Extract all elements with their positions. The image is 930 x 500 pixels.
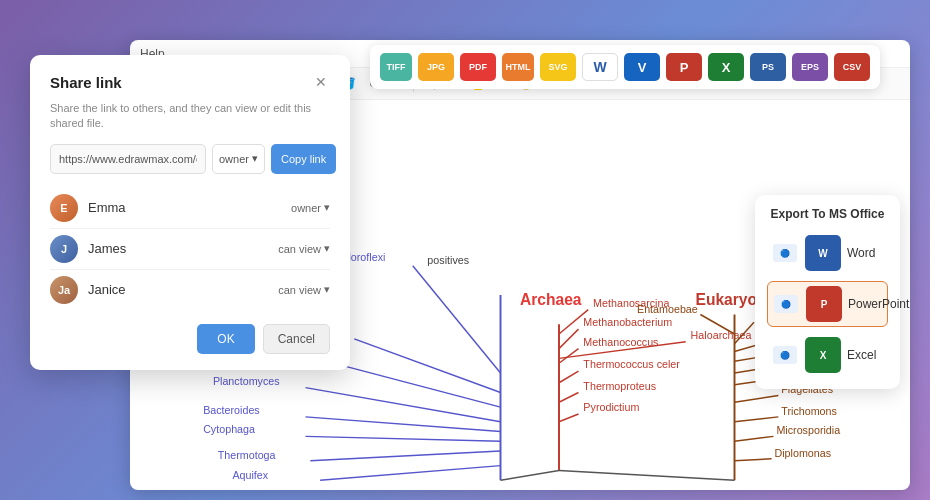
svg-line-29 xyxy=(559,471,735,481)
archaea-branches: Archaea Methanosarcina Methanobacterium … xyxy=(520,291,751,471)
svg-line-4 xyxy=(306,388,501,422)
powerpoint-main-icon: P xyxy=(806,286,842,322)
excel-export-label: Excel xyxy=(847,348,876,362)
csv-btn[interactable]: CSV xyxy=(834,53,870,81)
permission-select[interactable]: owner ▾ xyxy=(212,144,265,174)
export-word-item[interactable]: 🔵 W Word xyxy=(767,231,888,275)
avatar-emma: E xyxy=(50,194,78,222)
user-name-james: James xyxy=(88,241,278,256)
user-list: E Emma owner ▾ J James can view ▾ Ja Jan… xyxy=(50,188,330,310)
planctomyces-label: Planctomyces xyxy=(213,375,280,387)
svg-line-6 xyxy=(306,436,501,441)
excel-main-icon: X xyxy=(805,337,841,373)
svg-line-26 xyxy=(735,436,774,441)
copy-link-button[interactable]: Copy link xyxy=(271,144,336,174)
archaea-title: Archaea xyxy=(520,291,582,308)
thermococcus-label: Thermococcus celer xyxy=(583,358,680,370)
dialog-close-button[interactable]: ✕ xyxy=(312,73,330,91)
avatar-janice: Ja xyxy=(50,276,78,304)
methanobacterium-label: Methanobacterium xyxy=(583,316,672,328)
html-btn[interactable]: HTML xyxy=(502,53,534,81)
word-format-btn[interactable]: W xyxy=(582,53,618,81)
export-excel-item[interactable]: 🔵 X Excel xyxy=(767,333,888,377)
user-role-james[interactable]: can view ▾ xyxy=(278,242,330,255)
microsporidia-label: Microsporidia xyxy=(776,424,840,436)
pyrodictium-label: Pyrodictium xyxy=(583,401,639,413)
pdf-btn[interactable]: PDF xyxy=(460,53,496,81)
format-toolbar: TIFF JPG PDF HTML SVG W V P X PS EPS CSV xyxy=(370,45,880,89)
powerpoint-export-label: PowerPoint xyxy=(848,297,909,311)
dialog-title: Share link xyxy=(50,74,122,91)
svg-line-13 xyxy=(559,371,579,383)
dialog-header: Share link ✕ xyxy=(50,73,330,91)
user-role-janice[interactable]: can view ▾ xyxy=(278,283,330,296)
svg-line-14 xyxy=(559,393,579,403)
word-small-icon: 🔵 xyxy=(773,244,797,262)
entamoebae-label: Entamoebae xyxy=(637,303,698,315)
svg-line-15 xyxy=(559,414,579,422)
svg-line-8 xyxy=(320,466,500,481)
cancel-button[interactable]: Cancel xyxy=(263,324,330,354)
ppt-small-icon: 🔵 xyxy=(774,295,798,313)
export-panel: Export To MS Office 🔵 W Word 🔵 P PowerPo… xyxy=(755,195,900,389)
svg-line-24 xyxy=(735,395,779,402)
excel-small-icon: 🔵 xyxy=(773,346,797,364)
svg-line-1 xyxy=(413,266,501,373)
thermoproteus-label: Thermoproteus xyxy=(583,380,656,392)
methanococcus-label: Methanococcus xyxy=(583,336,658,348)
avatar-james: J xyxy=(50,235,78,263)
permission-chevron: ▾ xyxy=(252,152,258,165)
svg-line-25 xyxy=(735,417,779,422)
user-row-emma: E Emma owner ▾ xyxy=(50,188,330,229)
export-panel-title: Export To MS Office xyxy=(767,207,888,221)
export-powerpoint-item[interactable]: 🔵 P PowerPoint xyxy=(767,281,888,327)
jpg-btn[interactable]: JPG xyxy=(418,53,454,81)
link-row: owner ▾ Copy link xyxy=(50,144,330,174)
ok-button[interactable]: OK xyxy=(197,324,254,354)
excel-format-btn[interactable]: X xyxy=(708,53,744,81)
ppt-btn[interactable]: P xyxy=(666,53,702,81)
export-items-list: 🔵 W Word 🔵 P PowerPoint 🔵 X Exc xyxy=(767,231,888,377)
dialog-subtitle: Share the link to others, and they can v… xyxy=(50,101,330,132)
svg-line-27 xyxy=(735,459,772,461)
permission-label: owner xyxy=(219,153,249,165)
aquifex-label: Aquifex xyxy=(232,469,268,481)
ps-btn[interactable]: PS xyxy=(750,53,786,81)
word-main-icon: W xyxy=(805,235,841,271)
user-role-emma[interactable]: owner ▾ xyxy=(291,201,330,214)
eps-btn[interactable]: EPS xyxy=(792,53,828,81)
user-name-janice: Janice xyxy=(88,282,278,297)
cytophaga-label: Cytophaga xyxy=(203,423,255,435)
diplomonas-label: Diplomonas xyxy=(774,447,831,459)
trichomons-label: Trichomons xyxy=(781,405,837,417)
word-export-label: Word xyxy=(847,246,875,260)
svg-line-5 xyxy=(306,417,501,432)
tiff-btn[interactable]: TIFF xyxy=(380,53,412,81)
svg-btn[interactable]: SVG xyxy=(540,53,576,81)
dialog-actions: OK Cancel xyxy=(50,324,330,354)
share-link-dialog: Share link ✕ Share the link to others, a… xyxy=(30,55,350,370)
thermotoga-label: Thermotoga xyxy=(218,449,276,461)
user-name-emma: Emma xyxy=(88,200,291,215)
user-row-janice: Ja Janice can view ▾ xyxy=(50,270,330,310)
gram-positives-label: positives xyxy=(427,254,469,266)
svg-line-7 xyxy=(310,451,500,461)
visio-btn[interactable]: V xyxy=(624,53,660,81)
link-url-input[interactable] xyxy=(50,144,206,174)
svg-line-28 xyxy=(501,471,560,481)
user-row-james: J James can view ▾ xyxy=(50,229,330,270)
bacteroides-label: Bacteroides xyxy=(203,404,260,416)
